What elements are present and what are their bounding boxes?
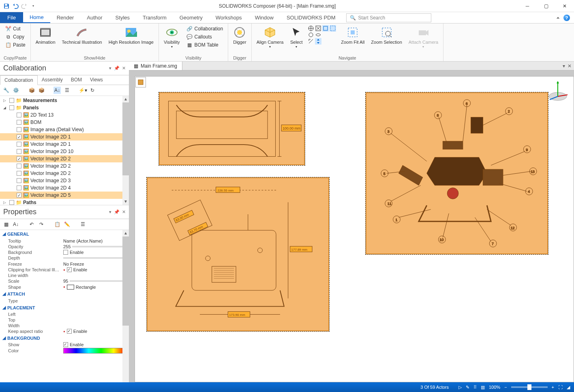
tab-home[interactable]: Home [23,12,50,23]
copy-button[interactable]: ⧉Copy [3,33,27,40]
toolbar-icon[interactable]: A↓ [12,221,19,228]
bgcolor-value[interactable] [63,348,126,354]
tab-author[interactable]: Author [80,12,109,23]
expand-icon[interactable]: ◢ [3,106,8,110]
technical-illustration-button[interactable]: Technical Illustration [60,25,104,45]
select-button[interactable]: Select▾ [288,25,304,50]
nav-mini-8[interactable] [315,38,321,45]
pin-icon[interactable]: 📌 [114,209,120,215]
tab-transform[interactable]: Transform [136,12,173,23]
tree-row[interactable]: 🖼️BOM [0,119,129,126]
tree-row[interactable]: ▷📁Paths [0,199,129,205]
tree-scrollbar[interactable]: ▴▾ [122,96,129,205]
expand-icon[interactable]: ▷ [3,200,8,205]
status-icon[interactable]: ▥ [481,385,485,390]
tree-checkbox[interactable] [17,178,21,183]
tab-styles[interactable]: Styles [109,12,136,23]
bgshow-value[interactable]: Enable [63,342,126,347]
section-attach[interactable]: ◢ATTACH [0,290,129,298]
vector-panel-3[interactable]: 3 5 11 1 10 7 12 4 13 9 2 6 8 [366,92,548,254]
callouts-toggle[interactable]: 💬Callouts [185,33,225,40]
document-tab[interactable]: ▦Main Frame.smg [129,62,182,70]
save-icon[interactable] [3,3,10,9]
type-value[interactable]: ▾ [63,298,126,303]
tab-pdm[interactable]: SOLIDWORKS PDM [280,12,342,23]
toolbar-icon[interactable]: ↶ [28,221,35,228]
collaboration-toggle[interactable]: 🔗Collaboration [185,25,225,32]
panel-dropdown-icon[interactable]: ▾ [109,209,111,215]
tree-row[interactable]: 🖼️Vector Image 2D 1 [0,141,129,148]
qat-dropdown-icon[interactable]: ▾ [30,3,36,9]
expand-icon[interactable]: ▷ [3,98,8,102]
redo-icon[interactable] [21,3,28,9]
status-icon[interactable]: ✎ [466,385,469,390]
file-tab[interactable]: File [0,12,23,23]
bom-table-toggle[interactable]: ▦BOM Table [185,41,225,49]
align-camera-button[interactable]: Align Camera▾ [255,25,285,50]
tree-checkbox[interactable] [17,120,21,125]
zoom-in-icon[interactable]: + [552,385,554,390]
tree-checkbox[interactable] [17,127,21,132]
view-triad[interactable] [546,79,570,103]
tree-checkbox[interactable] [17,185,21,190]
tree-row[interactable]: ▷📁Measurements [0,97,129,104]
section-background[interactable]: ◢BACKGROUND [0,334,129,342]
nav-mini-7[interactable] [308,38,314,45]
attach-camera-button[interactable]: Attach Camera▾ [407,25,440,50]
tree-row[interactable]: 🖼️Vector Image 2D 3 [0,177,129,184]
zoom-fit-icon[interactable]: ⛶ [558,385,563,390]
toolbar-icon[interactable]: ↷ [38,221,45,228]
toolbar-icon[interactable]: 🔧 [2,87,10,94]
toolbar-icon[interactable]: ☰ [63,87,71,94]
zoom-slider[interactable] [511,386,548,388]
panel-dropdown-icon[interactable]: ▾ [109,66,111,71]
collapse-ribbon-icon[interactable]: ⏶ [556,15,560,20]
tab-assembly[interactable]: Assembly [38,75,67,85]
tree-checkbox[interactable] [17,142,21,147]
tree-row[interactable]: 🖼️Vector Image 2D 2 [0,162,129,170]
background-enable[interactable]: Enable [63,250,126,255]
toolbar-icon[interactable]: ⚡▾ [79,87,86,94]
scale-value[interactable]: 95 [63,279,126,283]
tree-row[interactable]: 🖼️Vector Image 2D 4 [0,184,129,192]
tab-workshops[interactable]: Workshops [209,12,248,23]
properties-scrollbar[interactable]: ▴ [122,230,129,382]
paste-button[interactable]: 📋Paste [3,41,27,49]
zoom-selection-button[interactable]: Zoom Selection [369,25,403,45]
toolbar-icon[interactable]: ☰ [79,221,86,228]
undo-icon[interactable] [12,3,19,9]
vector-panel-1[interactable]: 100.00 mm [159,92,305,165]
tree-checkbox[interactable] [17,164,21,168]
tree-row[interactable]: ◢📁Panels [0,104,129,111]
tab-render[interactable]: Render [50,12,81,23]
digger-button[interactable]: Digger [231,25,248,45]
tree-checkbox[interactable] [17,193,21,198]
tree-checkbox[interactable] [17,156,21,161]
cut-button[interactable]: ✂️Cut [3,25,27,32]
toolbar-icon[interactable]: ▦ [2,221,10,228]
section-general[interactable]: ◢GENERAL [0,230,129,238]
tab-collaboration[interactable]: Collaboration [0,75,38,85]
keepar-value[interactable]: ●Enable [63,329,126,334]
clip-enable[interactable]: ●Enable [63,267,126,272]
tree-checkbox[interactable] [17,134,21,139]
tree-row[interactable]: 🖼️Vector Image 2D 1 [0,133,129,141]
nav-mini-6[interactable] [315,32,321,38]
tree-checkbox[interactable] [9,98,14,103]
tab-window[interactable]: Window [248,12,280,23]
tree-row[interactable]: 🖼️Vector Image 2D 5 [0,192,129,199]
tooltip-value[interactable]: Name (Actor.Name)▾ [63,238,126,243]
toolbar-icon[interactable]: 📦 [28,87,35,94]
pin-icon[interactable]: 📌 [114,66,120,71]
close-panel-icon[interactable]: ✕ [122,209,126,215]
resize-grip-icon[interactable]: ◢ [567,385,570,390]
tree-row[interactable]: 🖼️2D Text 13 [0,111,129,119]
status-icon[interactable]: ⠿ [473,385,477,390]
close-panel-icon[interactable]: ✕ [122,66,126,71]
tab-geometry[interactable]: Geometry [173,12,209,23]
toolbar-icon[interactable]: 📋 [54,221,61,228]
opacity-value[interactable]: 255 [63,244,126,249]
toolbar-icon[interactable]: A↓ [54,87,61,94]
tree-row[interactable]: 🖼️Vector Image 2D 2 [0,170,129,177]
section-placement[interactable]: ◢PLACEMENT [0,304,129,311]
